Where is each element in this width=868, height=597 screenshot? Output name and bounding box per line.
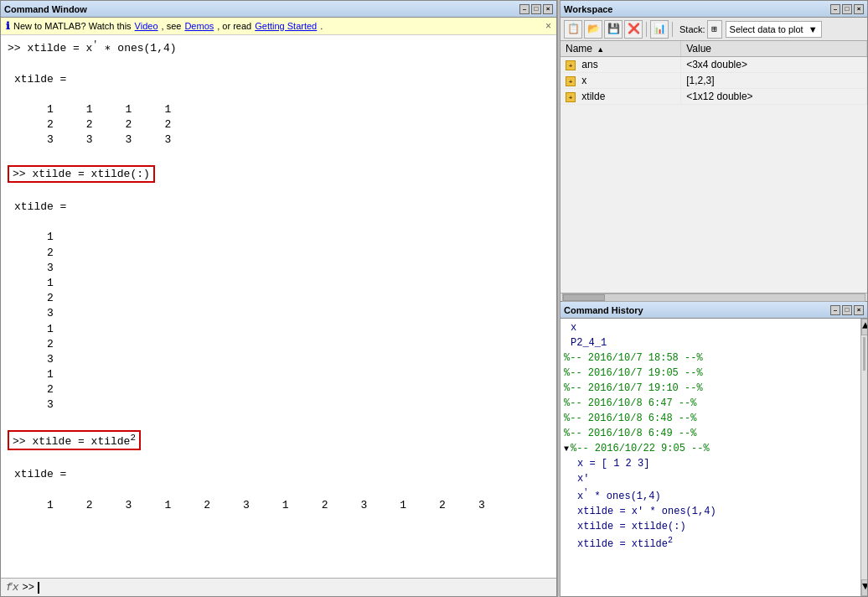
cmd-output-val-8: 2: [8, 337, 550, 352]
select-data-label: Select data to plot: [730, 24, 803, 34]
history-item[interactable]: x' * ones(1,4): [564, 486, 857, 504]
dropdown-arrow: ▼: [809, 24, 818, 34]
info-text-1: New to MATLAB? Watch this: [13, 21, 132, 31]
history-item[interactable]: x = [ 1 2 3]: [564, 456, 857, 471]
info-icon: ℹ: [6, 20, 10, 32]
ws-toolbar-btn-5[interactable]: 📊: [650, 20, 669, 39]
history-title: Command History: [564, 305, 643, 315]
workspace-panel: Workspace – □ × 📋 📂 💾 ❌ 📊 Stack: ⊞ Selec…: [561, 0, 868, 302]
cmd-output-val-5: 2: [8, 291, 550, 306]
cmd-blank-1: [8, 57, 550, 72]
info-text-4: .: [320, 21, 323, 31]
cmd-output-val-4: 1: [8, 276, 550, 291]
cmd-title: Command Window: [4, 4, 87, 14]
cmd-content[interactable]: >> xtilde = x' ∗ ones(1,4) xtilde = 1 1 …: [1, 35, 556, 578]
workspace-titlebar: Workspace – □ ×: [561, 1, 867, 18]
table-row[interactable]: + xtilde <1x12 double>: [561, 89, 867, 105]
workspace-title: Workspace: [564, 4, 613, 14]
history-separator: %-- 2016/10/7 19:10 --%: [564, 381, 857, 396]
cmd-output-row2: 2 2 2 2: [8, 117, 550, 132]
ws-max-btn[interactable]: □: [842, 4, 852, 14]
ws-scroll-track[interactable]: [562, 293, 865, 302]
cmd-close-btn[interactable]: ×: [543, 4, 553, 14]
scroll-arrow-down[interactable]: ▼: [861, 579, 867, 596]
cmd-highlighted-1: >> xtilde = xtilde(:): [8, 164, 550, 184]
info-video-link[interactable]: Video: [135, 21, 158, 31]
workspace-hscrollbar[interactable]: [561, 293, 867, 301]
history-separator: %-- 2016/10/8 6:49 --%: [564, 426, 857, 441]
ws-toolbar-btn-3[interactable]: 💾: [604, 20, 623, 39]
var-value-xtilde: <1x12 double>: [681, 89, 867, 105]
history-separator: %-- 2016/10/7 19:05 --%: [564, 366, 857, 381]
history-item[interactable]: xtilde = xtilde(:): [564, 519, 857, 534]
cmd-prompt-bottom: >>: [23, 582, 34, 594]
history-section-row: ▼ %-- 2016/10/22 9:05 --%: [564, 441, 857, 456]
ws-toolbar-btn-4[interactable]: ❌: [624, 20, 643, 39]
cmd-output-val-11: 2: [8, 382, 550, 397]
cmd-output-val-10: 1: [8, 367, 550, 382]
cmd-output-3: xtilde =: [8, 467, 550, 482]
right-panel: Workspace – □ × 📋 📂 💾 ❌ 📊 Stack: ⊞ Selec…: [561, 0, 868, 597]
history-panel: Command History – □ × x P2_4_1 %-- 2016/…: [561, 302, 868, 597]
stack-label: Stack:: [679, 24, 705, 34]
stack-btn[interactable]: ⊞: [707, 20, 722, 39]
cmd-prompt-highlighted-1: >> xtilde = xtilde(:): [8, 165, 155, 183]
info-demos-link[interactable]: Demos: [184, 21, 214, 31]
cursor-blink: [38, 582, 45, 594]
info-bar: ℹ New to MATLAB? Watch this Video , see …: [1, 18, 556, 35]
ws-toolbar-btn-1[interactable]: 📋: [564, 20, 582, 39]
scroll-arrow-up[interactable]: ▲: [861, 319, 867, 335]
var-value-x: [1,2,3]: [681, 73, 867, 89]
table-row[interactable]: + ans <3x4 double>: [561, 57, 867, 73]
ws-scroll-thumb[interactable]: [563, 294, 605, 301]
history-item[interactable]: x': [564, 471, 857, 486]
workspace-titlebar-buttons: – □ ×: [830, 4, 864, 14]
cmd-output-val-6: 3: [8, 306, 550, 321]
info-getting-started-link[interactable]: Getting Started: [255, 21, 317, 31]
cmd-max-btn[interactable]: □: [531, 4, 541, 14]
hist-max-btn[interactable]: □: [842, 305, 852, 315]
workspace-table: Name ▲ Value + ans <3x4 dou: [561, 41, 867, 293]
history-scrollbar[interactable]: ▲ ▼: [860, 319, 867, 596]
var-icon-x: +: [566, 76, 576, 86]
history-item[interactable]: xtilde = x' * ones(1,4): [564, 504, 857, 519]
ws-close-btn[interactable]: ×: [854, 4, 864, 14]
cmd-prompt-highlighted-2: >> xtilde = xtilde2: [8, 430, 141, 450]
history-item[interactable]: P2_4_1: [564, 335, 857, 350]
table-row[interactable]: + x [1,2,3]: [561, 73, 867, 89]
col-header-name[interactable]: Name ▲: [561, 41, 681, 57]
cmd-output-val-2: 2: [8, 246, 550, 261]
command-window: Command Window – □ × ℹ New to MATLAB? Wa…: [0, 0, 557, 597]
ws-toolbar-btn-2[interactable]: 📂: [584, 20, 602, 39]
cmd-blank-2: [8, 87, 550, 102]
info-close-btn[interactable]: ×: [545, 20, 551, 32]
history-separator-section: %-- 2016/10/22 9:05 --%: [571, 441, 710, 456]
history-content[interactable]: x P2_4_1 %-- 2016/10/7 18:58 --% %-- 201…: [561, 319, 860, 596]
history-item[interactable]: x: [564, 320, 857, 335]
ws-min-btn[interactable]: –: [830, 4, 840, 14]
hist-min-btn[interactable]: –: [830, 305, 840, 315]
section-expand-icon[interactable]: ▼: [564, 444, 569, 454]
cmd-output-1: xtilde =: [8, 72, 550, 87]
hist-close-btn[interactable]: ×: [854, 305, 864, 315]
info-text-2: , see: [162, 21, 182, 31]
select-data-dropdown[interactable]: Select data to plot ▼: [726, 21, 822, 38]
history-separator: %-- 2016/10/7 18:58 --%: [564, 350, 857, 366]
cmd-output-2: xtilde =: [8, 200, 550, 215]
cmd-titlebar: Command Window – □ ×: [1, 1, 556, 18]
cmd-blank-8: [8, 483, 550, 498]
scroll-thumb[interactable]: [863, 337, 865, 371]
var-icon-xtilde: +: [566, 92, 576, 102]
var-name-ans: + ans: [561, 57, 681, 73]
var-name-xtilde: + xtilde: [561, 89, 681, 105]
cmd-output-row1: 1 1 1 1: [8, 102, 550, 117]
cmd-output-val-7: 1: [8, 322, 550, 337]
cmd-output-val-9: 3: [8, 352, 550, 367]
cmd-line-1: >> xtilde = x' ∗ ones(1,4): [8, 39, 550, 57]
workspace-toolbar: 📋 📂 💾 ❌ 📊 Stack: ⊞ Select data to plot ▼: [561, 18, 867, 41]
history-item[interactable]: xtilde = xtilde2: [564, 534, 857, 552]
cmd-min-btn[interactable]: –: [519, 4, 530, 14]
cmd-blank-6: [8, 413, 550, 428]
cmd-output-row3: 3 3 3 3: [8, 132, 550, 148]
col-header-value[interactable]: Value: [681, 41, 867, 57]
